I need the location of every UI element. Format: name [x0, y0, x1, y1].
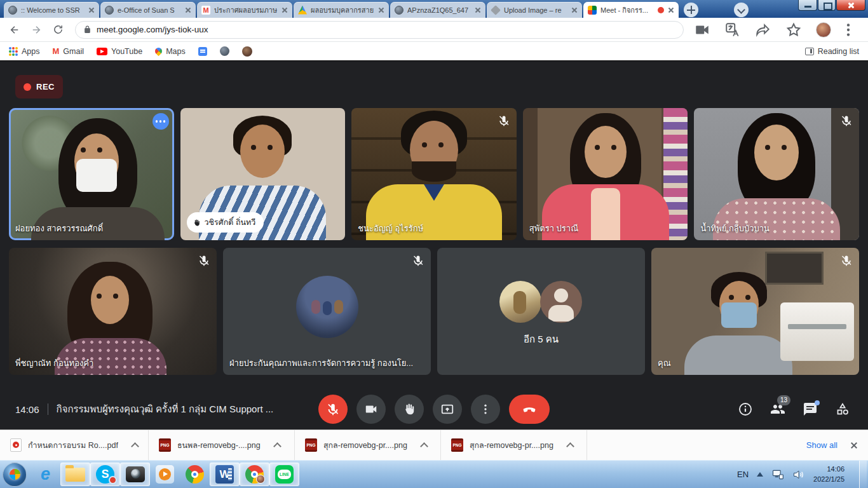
- taskbar-word[interactable]: W: [210, 463, 240, 486]
- mic-off-icon: [840, 114, 853, 127]
- downloads-bar-actions: Show all: [806, 440, 868, 450]
- show-desktop-button[interactable]: [859, 461, 867, 488]
- reading-list-button[interactable]: Reading list: [805, 47, 859, 56]
- meeting-details-button[interactable]: [738, 402, 753, 417]
- download-expand-chevron[interactable]: [566, 442, 574, 451]
- activities-panel-button[interactable]: [835, 402, 850, 417]
- reading-list-icon: [805, 48, 814, 55]
- tile-options-button[interactable]: [153, 113, 169, 130]
- system-tray: EN 14:06 2022/1/25: [737, 461, 868, 488]
- tab-meet-active[interactable]: Meet - กิจกรร...: [583, 2, 679, 18]
- participants-panel-button[interactable]: 13: [770, 402, 785, 417]
- tab-apznza[interactable]: APznzaZ1Q65_647: [390, 2, 485, 18]
- background-art: [780, 302, 854, 361]
- tab-search-chevron-button[interactable]: [734, 3, 749, 17]
- network-icon[interactable]: [771, 468, 784, 481]
- tab-removebg[interactable]: Upload Image – re: [487, 2, 582, 18]
- new-tab-button[interactable]: [684, 3, 698, 17]
- bookmark-apps[interactable]: Apps: [9, 47, 40, 56]
- start-button[interactable]: [3, 463, 27, 487]
- taskbar-chrome-profile[interactable]: [240, 463, 269, 486]
- profile-avatar[interactable]: [816, 22, 831, 37]
- download-file-png-1[interactable]: PNG ธนพล-removebg-....png: [149, 430, 295, 460]
- bookmark-gmail[interactable]: M Gmail: [53, 46, 85, 56]
- video-tile-others[interactable]: อีก 5 คน: [437, 248, 645, 375]
- chrome-icon: [186, 465, 204, 484]
- taskbar-media-player[interactable]: [150, 463, 180, 486]
- tab-title: ประกาศผลอบรมภาษ: [214, 4, 278, 16]
- tab-close-icon[interactable]: [378, 7, 384, 13]
- taskbar-file-explorer[interactable]: [60, 463, 90, 486]
- window-maximize-button[interactable]: [818, 0, 836, 11]
- tab-drive[interactable]: ผลอบรมบุคลากรสาย: [294, 2, 389, 18]
- translate-icon[interactable]: [724, 22, 741, 38]
- language-indicator[interactable]: EN: [737, 470, 749, 479]
- chat-panel-button[interactable]: [803, 402, 818, 417]
- lock-icon: [83, 25, 92, 34]
- download-expand-chevron[interactable]: [131, 442, 139, 451]
- present-screen-button[interactable]: [433, 395, 462, 424]
- download-file-pdf[interactable]: กำหนดการอบรม Ro....pdf: [0, 430, 149, 460]
- download-expand-chevron[interactable]: [420, 442, 428, 451]
- reload-button[interactable]: [50, 22, 66, 38]
- video-tile-foythong[interactable]: ฝอยทอง สาครวรรณศักดิ์: [9, 108, 174, 240]
- camera-toggle-button[interactable]: [356, 395, 386, 424]
- globe-icon: [220, 46, 229, 56]
- tab-close-icon[interactable]: [571, 7, 578, 13]
- avatar-icon: [242, 46, 252, 57]
- taskbar-internet-explorer[interactable]: e: [31, 463, 60, 486]
- more-options-button[interactable]: [471, 395, 500, 424]
- bookmark-star-icon[interactable]: [785, 22, 802, 38]
- volume-icon[interactable]: [792, 468, 805, 481]
- mic-toggle-button[interactable]: [318, 395, 348, 424]
- taskbar-chrome[interactable]: [180, 463, 210, 486]
- tab-camera-in-use-icon[interactable]: [694, 22, 710, 38]
- video-tile-you[interactable]: คุณ: [651, 248, 859, 375]
- taskbar-line[interactable]: LINE: [269, 463, 299, 486]
- tab-close-icon[interactable]: [475, 7, 481, 13]
- bookmark-maps[interactable]: Maps: [155, 47, 186, 56]
- video-tile-quality-assurance[interactable]: ฝ่ายประกันคุณภาพและการจัดการความรู้ กองน…: [223, 248, 431, 375]
- tab-close-icon[interactable]: [185, 7, 191, 13]
- window-close-button[interactable]: [836, 0, 865, 11]
- tab-welcome-ssr[interactable]: :: Welcome to SSR: [4, 2, 99, 18]
- downloads-bar-close-icon[interactable]: [850, 442, 858, 449]
- video-tile-chanaun[interactable]: ชนะอัญญ์ อุไรรักษ์: [351, 108, 517, 240]
- show-all-downloads-button[interactable]: Show all: [806, 440, 837, 450]
- tab-gmail[interactable]: M ประกาศผลอบรมภาษ: [197, 2, 292, 18]
- video-tile-chayanat[interactable]: พี่ชญาณัท ก้อนทองคำ: [9, 248, 217, 375]
- participant-name: ชนะอัญญ์ อุไรรักษ์: [358, 222, 423, 235]
- window-minimize-button[interactable]: [798, 0, 817, 11]
- tab-eoffice[interactable]: e-Office of Suan S: [100, 2, 196, 18]
- taskbar-skype[interactable]: S: [90, 463, 120, 486]
- browser-menu-kebab-icon[interactable]: [840, 22, 857, 38]
- address-bar[interactable]: meet.google.com/jys-tiok-uux: [75, 21, 684, 39]
- taskbar-clock[interactable]: 14:06 2022/1/25: [813, 464, 844, 485]
- tab-recording-indicator-icon: [658, 7, 664, 13]
- bookmark-site[interactable]: [220, 46, 229, 56]
- download-file-png-3[interactable]: PNG สุกล-removebg-pr....png: [441, 430, 587, 460]
- forward-button[interactable]: [28, 22, 44, 38]
- tab-close-icon[interactable]: [88, 7, 95, 13]
- video-tile-wachirasak[interactable]: วชิรศักดิ์ ถิ่นทวี: [180, 108, 346, 240]
- download-expand-chevron[interactable]: [273, 442, 281, 451]
- url-text: meet.google.com/jys-tiok-uux: [97, 25, 208, 34]
- bookmark-youtube[interactable]: YouTube: [97, 47, 142, 56]
- taskbar-camera-app[interactable]: [120, 463, 150, 486]
- tab-close-icon[interactable]: [668, 7, 674, 13]
- tab-close-icon[interactable]: [281, 7, 288, 13]
- tab-title: APznzaZ1Q65_647: [407, 6, 471, 14]
- bookmark-translate[interactable]: [198, 47, 207, 56]
- back-button[interactable]: [6, 22, 23, 38]
- meet-icon: [588, 6, 597, 15]
- raise-hand-button[interactable]: [395, 395, 424, 424]
- share-icon[interactable]: [755, 22, 771, 38]
- end-call-button[interactable]: [509, 395, 550, 424]
- bookmark-profile-site[interactable]: [242, 46, 252, 57]
- video-tile-namthip[interactable]: น้ำทิพย์ กลีบบัวบาน: [694, 108, 859, 240]
- download-file-png-2[interactable]: PNG สุกล-removebg-pr....png: [295, 430, 441, 460]
- globe-icon: [105, 6, 114, 15]
- video-tile-supattra[interactable]: สุพัตรา ปราณี: [523, 108, 688, 240]
- show-hidden-icons-button[interactable]: [757, 472, 763, 477]
- background-art: [765, 252, 824, 285]
